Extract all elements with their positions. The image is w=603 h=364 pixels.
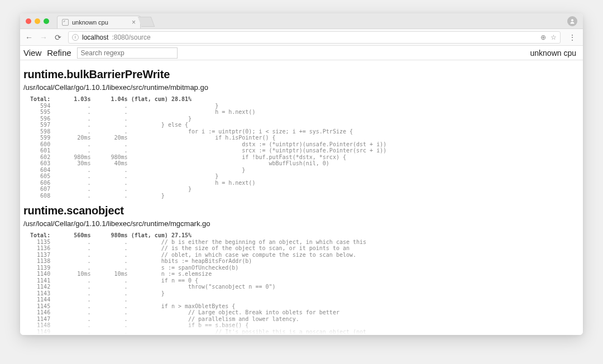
source-listing: Total: 1.03s 1.04s (flat, cum) 28.81% 59…	[23, 96, 580, 199]
browser-toolbar: ← → ⟳ i localhost:8080/source ⊕ ☆ ⋮	[20, 29, 583, 46]
view-menu[interactable]: View	[23, 48, 41, 58]
browser-menu-icon[interactable]: ⋮	[566, 33, 578, 42]
reload-button[interactable]: ⟳	[54, 33, 63, 42]
svg-point-0	[571, 19, 573, 21]
close-tab-icon[interactable]: ×	[132, 19, 136, 26]
refine-menu[interactable]: Refine	[47, 48, 71, 58]
source-listing: Total: 560ms 980ms (flat, cum) 27.15% 11…	[23, 232, 580, 335]
address-bar[interactable]: i localhost:8080/source ⊕ ☆	[68, 31, 561, 44]
url-host: localhost	[82, 33, 108, 41]
source-path: /usr/local/Cellar/go/1.10.1/libexec/src/…	[23, 83, 580, 92]
browser-window: unknown cpu × ← → ⟳ i localhost:8080/sou…	[20, 13, 583, 335]
forward-button[interactable]: →	[39, 33, 48, 42]
tab-strip: unknown cpu ×	[20, 13, 583, 29]
profile-name: unknown cpu	[530, 49, 580, 58]
translate-icon[interactable]: ⊕	[540, 33, 546, 41]
new-tab-button[interactable]	[138, 17, 155, 27]
search-input[interactable]	[77, 47, 178, 59]
source-path: /usr/local/Cellar/go/1.10.1/libexec/src/…	[23, 219, 580, 228]
site-info-icon[interactable]: i	[72, 34, 79, 41]
function-name: runtime.scanobject	[23, 204, 580, 217]
tab-title: unknown cpu	[72, 19, 108, 26]
profile-avatar-icon[interactable]	[567, 16, 577, 26]
minimize-window-icon[interactable]	[35, 18, 40, 24]
bookmark-icon[interactable]: ☆	[551, 33, 557, 41]
back-button[interactable]: ←	[25, 33, 34, 42]
window-controls	[20, 13, 55, 28]
browser-tab[interactable]: unknown cpu ×	[57, 16, 141, 28]
function-name: runtime.bulkBarrierPreWrite	[23, 68, 580, 81]
source-content: runtime.bulkBarrierPreWrite/usr/local/Ce…	[20, 60, 583, 335]
page-favicon-icon	[62, 19, 69, 26]
url-path: :8080/source	[112, 33, 150, 41]
maximize-window-icon[interactable]	[44, 18, 49, 24]
close-window-icon[interactable]	[26, 18, 31, 24]
pprof-toolbar: View Refine unknown cpu	[20, 46, 583, 60]
